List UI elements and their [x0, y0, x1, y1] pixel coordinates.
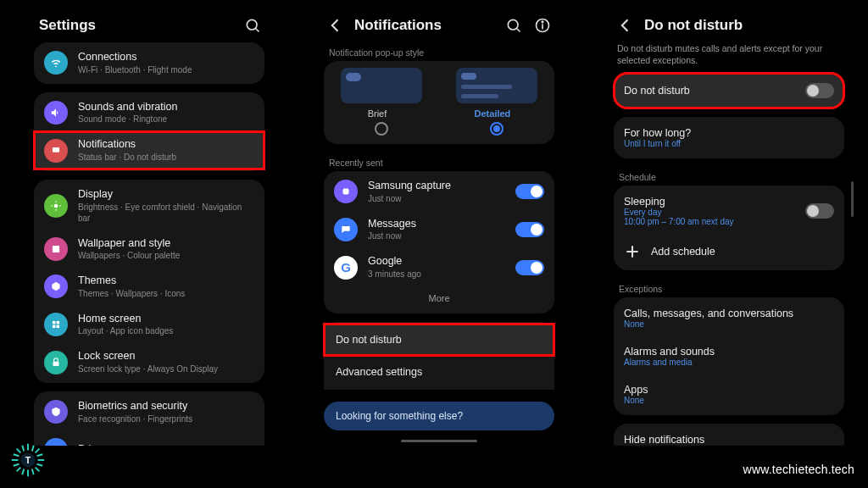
- brief-radio[interactable]: [375, 122, 388, 136]
- label: Apps: [624, 384, 648, 396]
- svg-point-0: [247, 19, 257, 30]
- dnd-title: Do not disturb: [644, 17, 743, 34]
- svg-rect-13: [57, 325, 60, 329]
- schedule-card: Sleeping Every day 10:00 pm – 7:00 am ne…: [614, 186, 844, 270]
- item-title: Biometrics and security: [78, 400, 254, 413]
- settings-item-lockscreen[interactable]: Lock screen Screen lock type · Always On…: [34, 343, 264, 381]
- item-title: Wallpaper and style: [78, 237, 254, 251]
- calls-row[interactable]: Calls, messages, and conversations None: [614, 299, 844, 337]
- dnd-master-toggle-row[interactable]: Do not disturb: [614, 75, 844, 107]
- app-time: 3 minutes ago: [368, 269, 515, 280]
- hide-notifications-row[interactable]: Hide notifications: [614, 425, 844, 446]
- svg-rect-12: [53, 325, 55, 329]
- value: Alarms and media: [624, 358, 715, 367]
- svg-line-38: [37, 464, 43, 466]
- settings-item-connections[interactable]: Connections Wi-Fi · Bluetooth · Flight m…: [34, 44, 264, 82]
- app-name: Google: [368, 255, 515, 269]
- settings-item-biometrics[interactable]: Biometrics and security Face recognition…: [34, 393, 264, 431]
- brief-tile[interactable]: [341, 68, 422, 103]
- recent-app-samsung-capture[interactable]: Samsung capture Just now: [324, 173, 554, 211]
- svg-point-15: [508, 19, 518, 30]
- detailed-label: Detailed: [475, 108, 511, 119]
- sleeping-schedule-row[interactable]: Sleeping Every day 10:00 pm – 7:00 am ne…: [614, 187, 844, 235]
- site-logo-icon: T: [8, 441, 47, 480]
- apps-row[interactable]: Apps None: [614, 375, 844, 413]
- item-sub: Screen lock type · Always On Display: [78, 363, 254, 374]
- app-toggle[interactable]: [515, 222, 544, 237]
- home-indicator[interactable]: [401, 440, 477, 442]
- item-title: Home screen: [78, 313, 254, 326]
- alarms-row[interactable]: Alarms and sounds Alarms and media: [614, 337, 844, 375]
- item-sub: Status bar · Do not disturb: [78, 152, 254, 163]
- svg-rect-11: [57, 321, 60, 324]
- exceptions-label: Exceptions: [614, 279, 844, 297]
- dnd-toggle[interactable]: [805, 83, 834, 98]
- settings-group-2: Sounds and vibration Sound mode · Ringto…: [34, 92, 264, 171]
- days: Every day: [624, 208, 734, 217]
- app-toggle[interactable]: [515, 260, 544, 275]
- svg-line-29: [36, 449, 40, 453]
- exceptions-card: Calls, messages, and conversations None …: [614, 297, 844, 415]
- sleeping-toggle[interactable]: [805, 203, 834, 219]
- search-icon[interactable]: [244, 17, 261, 34]
- search-icon[interactable]: [505, 17, 522, 34]
- notifications-screen: Notifications Notification pop-up style …: [312, 5, 566, 446]
- schedule-label: Schedule: [614, 167, 844, 186]
- app-toggle[interactable]: [515, 184, 544, 199]
- label: Hide notifications: [624, 434, 704, 446]
- svg-rect-9: [53, 246, 59, 252]
- svg-line-33: [22, 469, 24, 475]
- scrollbar[interactable]: [851, 181, 854, 217]
- add-schedule-row[interactable]: Add schedule: [614, 235, 844, 269]
- settings-item-themes[interactable]: Themes Themes · Wallpapers · Icons: [34, 268, 264, 306]
- do-not-disturb-row[interactable]: Do not disturb: [324, 324, 554, 356]
- settings-item-notifications[interactable]: Notifications Status bar · Do not distur…: [34, 131, 264, 169]
- detailed-radio[interactable]: [490, 122, 504, 136]
- svg-rect-10: [53, 321, 55, 324]
- hide-notifications-card: Hide notifications: [614, 424, 844, 446]
- search-suggestion[interactable]: Looking for something else?: [324, 402, 554, 430]
- svg-text:T: T: [25, 455, 31, 465]
- svg-line-16: [517, 29, 520, 32]
- item-sub: Layout · App icon badges: [78, 325, 254, 336]
- svg-line-36: [14, 464, 19, 466]
- app-name: Messages: [368, 218, 515, 231]
- dnd-header: Do not disturb: [614, 12, 844, 42]
- settings-item-wallpaper[interactable]: Wallpaper and style Wallpapers · Colour …: [34, 230, 264, 269]
- recently-sent-label: Recently sent: [324, 152, 554, 171]
- value: None: [624, 319, 793, 329]
- item-title: Connections: [78, 51, 254, 64]
- label: Add schedule: [651, 246, 715, 258]
- recent-app-google[interactable]: G Google 3 minutes ago: [324, 248, 554, 286]
- item-sub: Face recognition · Fingerprints: [78, 413, 254, 424]
- settings-group-3: Display Brightness · Eye comfort shield …: [34, 180, 264, 383]
- settings-item-sounds[interactable]: Sounds and vibration Sound mode · Ringto…: [34, 94, 264, 132]
- svg-line-34: [32, 469, 34, 475]
- dnd-description: Do not disturb mutes calls and alerts ex…: [614, 42, 844, 73]
- settings-item-homescreen[interactable]: Home screen Layout · App icon badges: [34, 306, 264, 344]
- plus-icon: [624, 243, 641, 260]
- settings-item-privacy[interactable]: Privacy: [34, 431, 264, 446]
- item-title: Notifications: [78, 138, 254, 152]
- item-title: Themes: [78, 274, 254, 288]
- svg-line-37: [37, 454, 43, 456]
- recent-app-messages[interactable]: Messages Just now: [324, 211, 554, 249]
- item-sub: Brightness · Eye comfort shield · Naviga…: [78, 202, 254, 224]
- label: Sleeping: [624, 196, 734, 208]
- more-link[interactable]: More: [324, 286, 554, 312]
- back-icon[interactable]: [327, 17, 344, 34]
- detailed-tile[interactable]: [456, 68, 537, 103]
- back-icon[interactable]: [617, 17, 634, 34]
- for-how-long-row[interactable]: For how long? Until I turn it off: [614, 119, 844, 157]
- popup-style-label: Notification pop-up style: [324, 42, 554, 61]
- time: 10:00 pm – 7:00 am next day: [624, 217, 734, 226]
- advanced-settings-row[interactable]: Advanced settings: [324, 356, 554, 388]
- svg-rect-20: [343, 189, 349, 195]
- svg-line-31: [22, 446, 24, 452]
- item-title: Lock screen: [78, 350, 254, 363]
- label: For how long?: [624, 127, 691, 139]
- settings-item-display[interactable]: Display Brightness · Eye comfort shield …: [34, 181, 264, 230]
- popup-style-card: Brief Detailed: [324, 61, 554, 144]
- app-time: Just now: [368, 230, 515, 241]
- info-icon[interactable]: [534, 17, 551, 34]
